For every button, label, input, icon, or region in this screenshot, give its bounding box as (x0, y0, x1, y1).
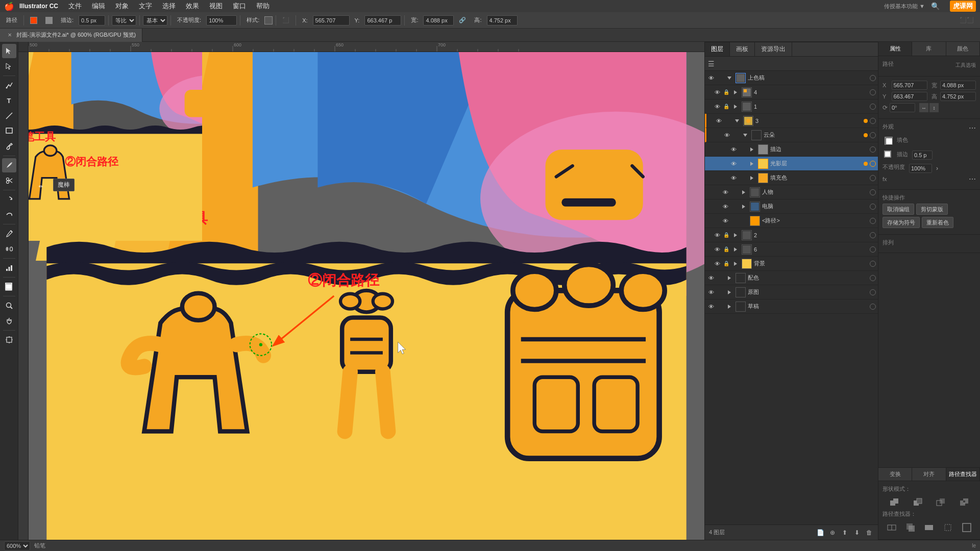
layer-eye-3[interactable]: 👁 (715, 117, 723, 125)
layer-eye-path[interactable]: 👁 (721, 217, 729, 225)
layers-tab-layers[interactable]: 图层 (705, 42, 730, 56)
menu-edit[interactable]: 编辑 (88, 1, 109, 12)
layer-lock-original[interactable] (716, 288, 724, 296)
pf-outline-icon[interactable] (961, 522, 972, 533)
menu-file[interactable]: 文件 (64, 1, 86, 12)
layer-circle-4[interactable] (870, 89, 876, 95)
tab-close-btn[interactable]: ✕ (6, 32, 13, 39)
layer-circle-robot[interactable] (870, 204, 876, 210)
layer-circle-draft[interactable] (870, 304, 876, 310)
layer-expand-2[interactable] (731, 231, 740, 239)
layer-lock-bg[interactable]: 🔒 (722, 260, 730, 268)
layer-lock-draft[interactable] (716, 303, 724, 311)
recolor-btn[interactable]: 重新着色 (922, 217, 953, 228)
scissors-tool[interactable] (2, 173, 16, 188)
layer-circle-6[interactable] (870, 246, 876, 253)
layer-lock-cloud[interactable] (732, 131, 740, 139)
layer-row-original[interactable]: 👁 原图 (705, 285, 878, 299)
right-tab-library[interactable]: 库 (912, 42, 946, 56)
layer-lock-shadow[interactable] (739, 160, 747, 168)
opacity-input[interactable] (206, 15, 237, 26)
direct-select-tool[interactable] (2, 59, 16, 73)
layer-row-bg[interactable]: 👁 🔒 背景 (705, 257, 878, 271)
layer-row-stroke[interactable]: 👁 描边 (705, 142, 878, 157)
shape-unite-icon[interactable] (889, 497, 900, 508)
menu-window[interactable]: 窗口 (229, 1, 250, 12)
layer-row-4[interactable]: 👁 🔒 4 (705, 85, 878, 99)
layer-circle-cloud[interactable] (870, 132, 876, 138)
layer-expand-color-match[interactable] (725, 274, 733, 282)
layer-circle-fill[interactable] (870, 175, 876, 181)
align-icons[interactable]: ⬛ (279, 14, 292, 27)
move-to-layer-icon[interactable]: ⬆ (840, 528, 849, 537)
line-tool[interactable] (2, 109, 16, 123)
layer-circle-3[interactable] (870, 118, 876, 124)
layer-circle-person[interactable] (870, 189, 876, 195)
pen-tool[interactable] (2, 78, 16, 92)
layer-circle-bg[interactable] (870, 261, 876, 267)
layer-lock-6[interactable]: 🔒 (722, 245, 730, 254)
rotate-tool[interactable] (2, 192, 16, 207)
layer-row-robot[interactable]: 👁 电脑 (705, 199, 878, 214)
layer-expand-robot[interactable] (740, 203, 748, 211)
transform-w-input[interactable] (940, 81, 976, 90)
layer-row-2[interactable]: 👁 🔒 2 (705, 228, 878, 242)
link-icon[interactable]: 🔗 (456, 14, 469, 27)
fill-color-btn[interactable] (42, 14, 56, 27)
artboard-tool[interactable] (2, 333, 16, 347)
layer-expand-original[interactable] (725, 288, 733, 296)
layer-eye-robot[interactable]: 👁 (721, 203, 729, 211)
angle-input[interactable] (890, 103, 915, 112)
layer-circle-original[interactable] (870, 289, 876, 295)
layer-expand-6[interactable] (731, 245, 740, 254)
layer-expand-path[interactable] (740, 217, 748, 225)
clip-mask-btn[interactable]: 剪切蒙版 (916, 204, 948, 215)
y-input[interactable] (364, 15, 401, 26)
type-tool[interactable]: T (2, 93, 16, 108)
color-fill-stroke[interactable] (2, 280, 16, 294)
x-input[interactable] (313, 15, 350, 26)
menu-view[interactable]: 视图 (205, 1, 227, 12)
transform-x-input[interactable] (892, 81, 927, 90)
more-icon[interactable]: ⋯ (969, 175, 976, 183)
stroke-width-input[interactable] (79, 15, 105, 26)
file-tab[interactable]: ✕ 封面-演示源文件2.ai* @ 600% (RGB/GPU 预览) (0, 29, 142, 42)
layer-lock-robot[interactable] (730, 203, 739, 211)
appearance-more-icon[interactable]: ⋯ (969, 124, 976, 132)
stroke-color-btn[interactable] (27, 14, 40, 27)
layer-expand-4[interactable] (731, 88, 740, 96)
layer-expand-shadow[interactable] (748, 160, 756, 168)
layer-eye-cloud[interactable]: 👁 (723, 131, 731, 139)
transform-h-input[interactable] (940, 92, 976, 101)
menu-object[interactable]: 对象 (111, 1, 133, 12)
style-select[interactable]: 基本 (143, 15, 167, 26)
fill-color-indicator[interactable] (883, 135, 895, 147)
layer-eye-shadow[interactable]: 👁 (729, 160, 738, 168)
layer-row-cloud[interactable]: 👁 云朵 (705, 128, 878, 142)
layer-eye-person[interactable]: 👁 (721, 188, 729, 196)
opacity-more-icon[interactable]: › (936, 165, 938, 172)
eyedropper-tool[interactable] (2, 227, 16, 241)
hand-tool[interactable] (2, 314, 16, 328)
flip-h-icon[interactable]: ↔ (919, 103, 928, 112)
layer-lock-3[interactable] (724, 117, 732, 125)
paintbrush-tool[interactable] (2, 139, 16, 154)
select-tool[interactable] (2, 44, 16, 58)
layer-expand-1[interactable] (731, 103, 740, 111)
layer-lock-1[interactable]: 🔒 (722, 103, 730, 111)
layer-row-draft[interactable]: 👁 草稿 (705, 299, 878, 314)
layer-expand-3[interactable] (733, 117, 741, 125)
w-input[interactable] (423, 15, 454, 26)
fx-label[interactable]: fx (883, 176, 887, 182)
menu-help[interactable]: 帮助 (252, 1, 274, 12)
layer-circle-shadow[interactable] (870, 161, 876, 167)
shape-minus-icon[interactable] (912, 497, 923, 508)
save-symbol-btn[interactable]: 存储为符号 (883, 217, 920, 228)
style-swatch[interactable] (264, 16, 273, 24)
menu-effect[interactable]: 效果 (182, 1, 203, 12)
layer-expand-cloud[interactable] (741, 131, 749, 139)
zoom-tool[interactable] (2, 298, 16, 313)
layer-eye-bg[interactable]: 👁 (713, 260, 721, 268)
layer-eye-original[interactable]: 👁 (707, 288, 715, 296)
layer-lock-color-match[interactable] (716, 274, 724, 282)
